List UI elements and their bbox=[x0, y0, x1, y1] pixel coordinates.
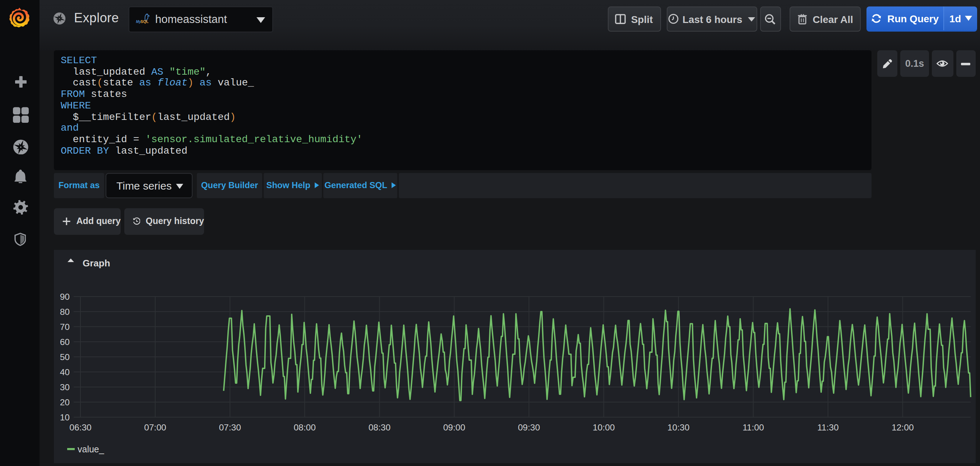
svg-text:08:30: 08:30 bbox=[369, 422, 391, 432]
svg-text:50: 50 bbox=[60, 352, 70, 361]
svg-text:40: 40 bbox=[60, 367, 70, 377]
svg-text:10:30: 10:30 bbox=[667, 422, 690, 432]
svg-text:11:00: 11:00 bbox=[743, 422, 764, 432]
svg-text:09:30: 09:30 bbox=[518, 422, 540, 432]
svg-text:07:30: 07:30 bbox=[219, 422, 241, 432]
svg-text:value_: value_ bbox=[78, 444, 105, 454]
svg-text:09:00: 09:00 bbox=[443, 422, 466, 432]
svg-text:90: 90 bbox=[60, 292, 70, 301]
svg-text:70: 70 bbox=[60, 322, 70, 331]
svg-text:06:30: 06:30 bbox=[69, 422, 92, 432]
svg-text:10: 10 bbox=[60, 412, 70, 422]
svg-text:SQL: SQL bbox=[140, 19, 149, 24]
svg-text:12:00: 12:00 bbox=[892, 422, 914, 432]
svg-text:07:00: 07:00 bbox=[144, 422, 166, 432]
svg-text:11:30: 11:30 bbox=[817, 422, 839, 432]
svg-text:20: 20 bbox=[60, 397, 70, 407]
svg-text:60: 60 bbox=[60, 337, 70, 346]
svg-text:10:00: 10:00 bbox=[593, 422, 615, 432]
svg-text:30: 30 bbox=[60, 382, 70, 392]
svg-text:08:00: 08:00 bbox=[293, 422, 316, 432]
svg-text:80: 80 bbox=[60, 307, 70, 316]
